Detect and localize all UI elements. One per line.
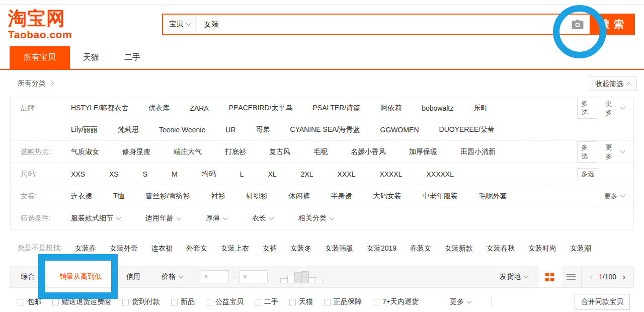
sort-comprehensive[interactable]: 综合 [21, 272, 35, 281]
suggestion-link[interactable]: 连衣裙 [151, 244, 173, 252]
suggestion-link[interactable]: 女装上衣 [221, 244, 249, 252]
filter-option[interactable]: S [143, 170, 147, 178]
filter-option[interactable]: 休闲裤 [288, 192, 309, 201]
search-button[interactable]: 搜索 [591, 14, 635, 35]
checkbox-icon[interactable] [324, 299, 331, 305]
filter-option[interactable]: 名媛小香风 [351, 147, 386, 157]
service-checkbox[interactable]: 新品 [171, 297, 195, 306]
filter-option[interactable]: 蕾丝衫/雪纺衫 [146, 192, 190, 201]
filter-option[interactable]: 梵莉思 [118, 125, 139, 134]
filter-option[interactable]: XL [268, 170, 277, 178]
service-checkbox[interactable]: 正品保障 [324, 297, 362, 306]
checkbox-icon[interactable] [171, 299, 178, 305]
filter-dropdown[interactable]: 服装款式细节 [71, 214, 120, 223]
prev-page-icon[interactable]: ‹ [590, 272, 593, 282]
more-link[interactable]: 更多 [605, 99, 624, 117]
filter-option[interactable]: 优衣库 [148, 104, 170, 113]
sort-credit[interactable]: 信用 [126, 272, 140, 281]
tab-secondhand[interactable]: 二手 [115, 46, 149, 69]
suggestion-link[interactable]: 女装外套 [110, 244, 138, 252]
service-checkbox[interactable]: 货到付款 [122, 297, 160, 306]
filter-option[interactable]: 端庄大气 [174, 147, 202, 157]
suggestion-link[interactable]: 女装潮 [570, 244, 591, 252]
price-min-input[interactable]: ¥ [201, 270, 229, 283]
suggestion-link[interactable]: 女装春秋 [487, 244, 515, 252]
checkbox-icon[interactable] [206, 299, 212, 305]
filter-option[interactable]: CYANINE SEA/海青蓝 [290, 125, 360, 134]
filter-option[interactable]: 田园小清新 [460, 147, 496, 157]
merge-same-items-button[interactable]: 合并同款宝贝 [575, 294, 630, 310]
search-category-dropdown[interactable]: 宝贝 [163, 15, 197, 34]
sort-sales-desc-selected[interactable]: 销量从高到低 [48, 266, 113, 287]
filter-option[interactable]: 加厚保暖 [409, 147, 437, 157]
filter-option[interactable]: XXS [71, 170, 85, 178]
service-checkbox[interactable]: 7+天内退货 [373, 297, 419, 306]
filter-option[interactable]: 复古风 [269, 147, 290, 157]
filter-option[interactable]: PSALTER/诗篇 [313, 104, 361, 113]
checkbox-icon[interactable] [52, 299, 59, 305]
checkbox-icon[interactable] [122, 299, 129, 305]
search-input[interactable]: 女装 [204, 20, 219, 29]
list-view-button[interactable] [561, 266, 581, 287]
filter-option[interactable]: 均码 [202, 170, 216, 179]
suggestion-link[interactable]: 女装韩版 [325, 244, 353, 252]
more-link[interactable]: 更多 [604, 192, 624, 201]
service-checkbox[interactable]: 赠送退货运费险 [52, 297, 111, 306]
grid-view-button[interactable] [539, 266, 561, 287]
filter-option[interactable]: XXXL [338, 170, 356, 178]
filter-option[interactable]: 阿依莉 [380, 104, 401, 113]
footer-more-dropdown[interactable]: 更多 [450, 297, 471, 306]
filter-option[interactable]: 2XL [301, 170, 313, 178]
filter-option[interactable]: 连衣裙 [71, 192, 92, 201]
suggestion-link[interactable]: 外套女 [186, 244, 207, 252]
price-histogram[interactable] [281, 271, 323, 283]
filter-option[interactable]: HSTYLE/韩都衣舍 [71, 104, 128, 113]
filter-option[interactable]: 中老年服装 [422, 192, 457, 201]
service-checkbox[interactable]: 包邮 [18, 297, 41, 306]
tab-tmall[interactable]: 天猫 [74, 46, 108, 69]
suggestion-link[interactable]: 女装2019 [367, 244, 396, 252]
multi-select-button[interactable]: 多选 [577, 168, 598, 180]
checkbox-icon[interactable] [255, 299, 261, 305]
taobao-logo[interactable]: 淘宝网 Taobao.com [8, 9, 72, 40]
multi-select-button[interactable]: 多选 [577, 98, 597, 119]
checkbox-icon[interactable] [373, 299, 379, 305]
more-link[interactable]: 更多 [605, 143, 624, 161]
checkbox-icon[interactable] [289, 299, 296, 305]
filter-option[interactable]: 修身显瘦 [122, 147, 150, 157]
tab-all-items[interactable]: 所有宝贝 [10, 46, 70, 69]
filter-option[interactable]: 针织衫 [246, 192, 267, 201]
filter-dropdown[interactable]: 厚薄 [206, 214, 227, 223]
filter-option[interactable]: L [240, 170, 244, 178]
search-box[interactable]: 宝贝 女装 [162, 14, 591, 35]
filter-option[interactable]: 哥弟 [256, 125, 270, 134]
service-checkbox[interactable]: 公益宝贝 [206, 297, 244, 306]
collapse-filters-button[interactable]: 收起筛选 [589, 76, 637, 91]
filter-option[interactable]: 半身裙 [331, 192, 352, 201]
filter-option[interactable]: ZARA [190, 104, 208, 112]
suggestion-link[interactable]: 女装新款 [445, 244, 473, 252]
filter-option[interactable]: UR [225, 126, 235, 134]
filter-option[interactable]: T恤 [113, 192, 125, 201]
suggestion-link[interactable]: 女装春 [75, 244, 96, 252]
price-max-input[interactable]: ¥ [239, 270, 268, 283]
filter-option[interactable]: DUOYEREE/朵莹 [439, 125, 495, 134]
service-checkbox[interactable]: 天猫 [289, 297, 313, 306]
checkbox-icon[interactable] [18, 299, 24, 305]
suggestion-link[interactable]: 女装冬 [290, 244, 311, 252]
suggestion-link[interactable]: 女裤 [263, 244, 277, 252]
filter-option[interactable]: 大码女装 [373, 192, 401, 201]
suggestion-link[interactable]: 女装时尚 [528, 244, 556, 252]
filter-option[interactable]: XXXXXL [427, 170, 454, 178]
filter-dropdown[interactable]: 相关分类 [298, 214, 334, 223]
filter-option[interactable]: 毛呢 [313, 147, 328, 157]
ship-from-dropdown[interactable]: 发货地 [500, 272, 528, 281]
image-search-camera-icon[interactable] [572, 19, 584, 32]
filter-option[interactable]: 毛呢外套 [478, 192, 507, 201]
filter-dropdown[interactable]: 衣长 [252, 214, 273, 223]
next-page-icon[interactable]: › [622, 272, 625, 282]
filter-option[interactable]: bobowaltz [422, 104, 453, 112]
suggestion-link[interactable]: 春装女 [410, 244, 431, 252]
multi-select-button[interactable]: 多选 [577, 141, 597, 163]
filter-option[interactable]: 衬衫 [211, 192, 225, 201]
